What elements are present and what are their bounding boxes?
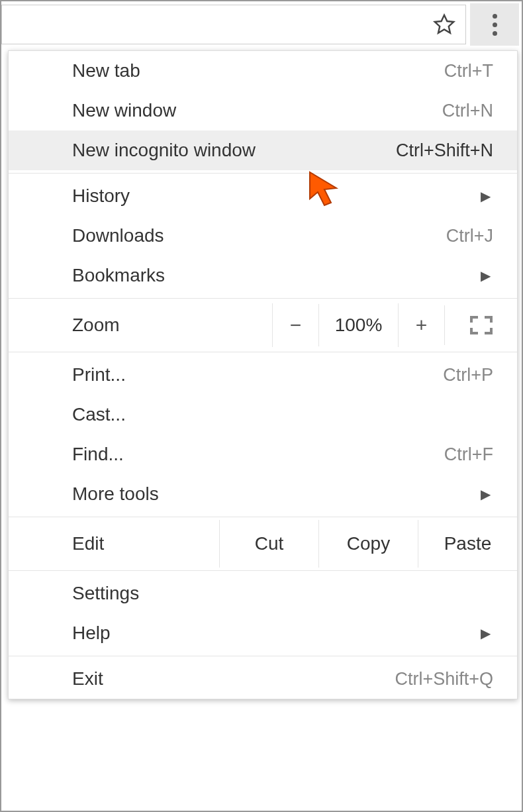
menu-label: History: [72, 185, 130, 207]
fullscreen-button[interactable]: [444, 305, 517, 345]
menu-item-edit: Edit Cut Copy Paste: [9, 520, 517, 568]
menu-separator: [9, 656, 517, 656]
zoom-value: 100%: [318, 304, 398, 346]
menu-item-print[interactable]: Print... Ctrl+P: [9, 355, 517, 395]
menu-separator: [9, 173, 517, 174]
menu-item-find[interactable]: Find... Ctrl+F: [9, 434, 517, 474]
menu-label: Edit: [72, 520, 219, 568]
menu-label: Help: [72, 623, 111, 644]
menu-item-more-tools[interactable]: More tools ▶: [9, 474, 517, 514]
fullscreen-icon: [470, 316, 493, 334]
menu-item-bookmarks[interactable]: Bookmarks ▶: [9, 256, 517, 295]
menu-item-new-window[interactable]: New window Ctrl+N: [9, 91, 517, 130]
address-bar[interactable]: [1, 5, 466, 44]
menu-label: Downloads: [72, 225, 164, 246]
menu-item-settings[interactable]: Settings: [9, 574, 517, 613]
menu-separator: [9, 298, 517, 299]
menu-item-new-tab[interactable]: New tab Ctrl+T: [9, 51, 517, 91]
chrome-menu-button[interactable]: [470, 3, 519, 46]
edit-cut-button[interactable]: Cut: [219, 520, 318, 568]
submenu-arrow-icon: ▶: [481, 268, 491, 283]
menu-shortcut: Ctrl+F: [444, 444, 493, 465]
menu-item-cast[interactable]: Cast...: [9, 395, 517, 434]
menu-separator: [9, 352, 517, 352]
menu-label: New window: [72, 100, 176, 121]
menu-item-exit[interactable]: Exit Ctrl+Shift+Q: [9, 659, 517, 699]
menu-label: Settings: [72, 583, 139, 604]
submenu-arrow-icon: ▶: [481, 625, 491, 641]
menu-label: Print...: [72, 364, 126, 385]
menu-label: Find...: [72, 444, 124, 465]
menu-separator: [9, 570, 517, 571]
browser-toolbar: [1, 1, 522, 48]
submenu-arrow-icon: ▶: [481, 188, 491, 204]
menu-shortcut: Ctrl+J: [446, 226, 493, 246]
menu-item-zoom: Zoom − 100% +: [9, 301, 517, 349]
kebab-menu-icon: [493, 14, 497, 36]
bookmark-star-icon[interactable]: [432, 13, 456, 36]
menu-label: New incognito window: [72, 140, 256, 161]
chrome-main-menu: New tab Ctrl+T New window Ctrl+N New inc…: [8, 50, 518, 699]
edit-copy-button[interactable]: Copy: [318, 520, 418, 568]
zoom-out-button[interactable]: −: [272, 303, 318, 347]
menu-shortcut: Ctrl+P: [443, 365, 493, 385]
menu-item-downloads[interactable]: Downloads Ctrl+J: [9, 216, 517, 256]
menu-label: Zoom: [72, 315, 272, 336]
menu-shortcut: Ctrl+Shift+Q: [395, 669, 493, 689]
menu-label: Cast...: [72, 404, 126, 425]
menu-label: More tools: [72, 483, 159, 505]
menu-shortcut: Ctrl+T: [444, 61, 493, 81]
menu-label: Bookmarks: [72, 265, 165, 286]
zoom-controls: − 100% +: [272, 303, 517, 347]
menu-label: Exit: [72, 668, 103, 689]
submenu-arrow-icon: ▶: [481, 486, 491, 502]
menu-item-help[interactable]: Help ▶: [9, 613, 517, 653]
menu-shortcut: Ctrl+Shift+N: [396, 140, 493, 161]
edit-paste-button[interactable]: Paste: [418, 520, 517, 568]
menu-item-new-incognito[interactable]: New incognito window Ctrl+Shift+N: [9, 130, 517, 170]
menu-item-history[interactable]: History ▶: [9, 176, 517, 216]
zoom-in-button[interactable]: +: [398, 303, 444, 347]
menu-label: New tab: [72, 60, 140, 81]
menu-shortcut: Ctrl+N: [442, 101, 493, 121]
menu-separator: [9, 517, 517, 517]
